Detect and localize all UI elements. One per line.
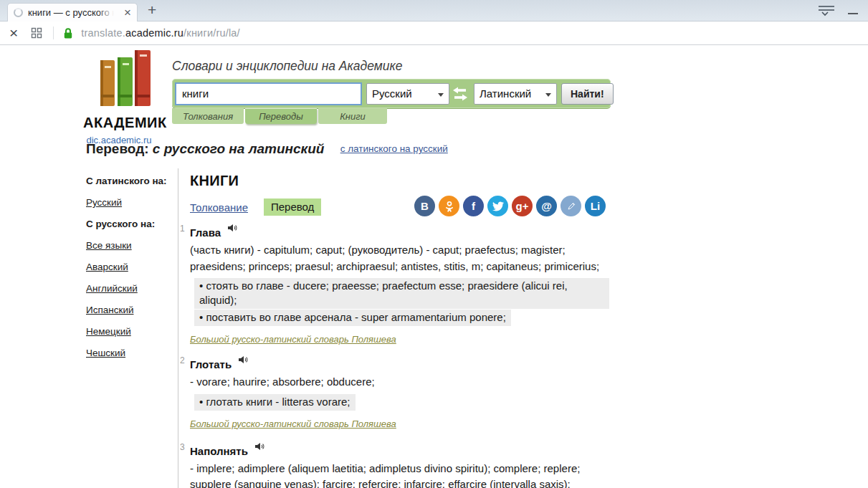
liveinternet-icon[interactable]: Li <box>585 196 606 216</box>
logo-title: АКАДЕМИК <box>83 115 155 131</box>
source-language-value: Русский <box>372 87 412 100</box>
chevron-down-icon <box>545 93 551 97</box>
example-line: • стоять во главе - ducere; praeesse; pr… <box>194 278 609 309</box>
minimize-button[interactable] <box>848 13 858 14</box>
browser-window: книги — с русского на ла × + × <box>0 0 868 488</box>
entry-body: - implere; adimplere (aliquem laetitia; … <box>190 461 609 488</box>
sidebar-link-czech[interactable]: Чешский <box>86 347 176 359</box>
page-content: АКАДЕМИК dic.academic.ru Словари и энцик… <box>0 45 868 488</box>
address-bar: × translate.academic.ru/книги/ru/la/ <box>0 21 868 45</box>
entry-examples: • стоять во главе - ducere; praeesse; pr… <box>190 278 609 326</box>
dictionary-source-link[interactable]: Большой русско-латинский словарь Поляшев… <box>190 418 396 429</box>
sidebar-heading-from-russian: С русского на: <box>86 218 176 230</box>
search-panel: Русский Латинский Найти! <box>172 79 611 108</box>
sidebar-link-spanish[interactable]: Испанский <box>86 304 176 316</box>
page-title-prefix: Перевод: <box>86 141 149 156</box>
browser-tab[interactable]: книги — с русского на ла × <box>7 3 138 21</box>
entry-body: - vorare; haurire; absorbere; obducere; <box>190 374 609 391</box>
loading-spinner-icon <box>14 8 23 17</box>
social-share-bar: В f g+ @ <box>411 196 606 216</box>
page-title-direction: с русского на латинский <box>153 141 325 156</box>
entry-headword: Глотать <box>190 358 232 370</box>
books-logo-icon <box>87 50 151 110</box>
source-language-select[interactable]: Русский <box>366 83 449 105</box>
dictionary-source-link[interactable]: Большой русско-латинский словарь Поляшев… <box>190 334 396 345</box>
site-logo[interactable]: АКАДЕМИК dic.academic.ru <box>83 50 155 145</box>
page-title: Перевод: с русского на латинский с латин… <box>86 141 448 157</box>
downloads-panel-icon[interactable] <box>817 4 836 19</box>
translation-chip[interactable]: Перевод <box>264 198 321 216</box>
sidebar-link-all-languages[interactable]: Все языки <box>86 239 176 252</box>
search-mode-tabs: Толкования Переводы Книги <box>172 108 388 124</box>
tab-title: книги — с русского на ла <box>28 7 114 18</box>
target-language-value: Латинский <box>480 87 531 100</box>
url-host: academic.ru <box>125 27 183 39</box>
tab-close-icon[interactable]: × <box>124 6 131 19</box>
target-language-select[interactable]: Латинский <box>474 83 557 105</box>
sidebar-link-english[interactable]: Английский <box>86 282 176 295</box>
entry-number: 2 <box>180 355 185 365</box>
chevron-down-icon <box>438 93 444 97</box>
entry-headword: Наполнять <box>190 445 248 457</box>
site-tagline: Словари и энциклопедии на Академике <box>172 59 402 74</box>
entry-body: (часть книги) - capitulum; caput; (руков… <box>190 242 609 274</box>
stop-loading-icon[interactable]: × <box>9 26 18 40</box>
entry-examples: • глотать книги - litteras vorare; <box>190 394 609 411</box>
url-field[interactable]: translate.academic.ru/книги/ru/la/ <box>81 27 240 39</box>
entry-number: 3 <box>180 442 185 452</box>
tableau-grid-icon[interactable] <box>31 27 42 39</box>
odnoklassniki-icon[interactable] <box>439 196 459 216</box>
example-line: • поставить во главе арсенала - super ar… <box>194 310 511 326</box>
vkontakte-icon[interactable]: В <box>414 196 435 216</box>
url-path: /книги/ru/la/ <box>183 27 240 39</box>
new-tab-button[interactable]: + <box>148 1 156 19</box>
language-sidebar: С латинского на: Русский С русского на: … <box>86 175 176 368</box>
search-input[interactable] <box>175 82 362 105</box>
swap-languages-icon[interactable] <box>452 86 468 102</box>
tab-books[interactable]: Книги <box>318 108 387 124</box>
entry-headword-row: 2 Глотать <box>190 354 609 368</box>
example-line: • глотать книги - litteras vorare; <box>194 394 356 411</box>
dictionary-entry: 1 Глава (часть книги) - capitulum; caput… <box>190 222 609 345</box>
dictionary-entry: 2 Глотать - vorare; haurire; absorbere; … <box>190 354 609 430</box>
address-bar-divider <box>53 27 54 39</box>
tab-translations[interactable]: Переводы <box>245 108 317 124</box>
reverse-direction-link[interactable]: с латинского на русский <box>340 143 448 154</box>
interpretation-link[interactable]: Толкование <box>190 201 248 214</box>
facebook-icon[interactable]: f <box>463 196 484 216</box>
search-submit-button[interactable]: Найти! <box>561 83 614 105</box>
speaker-icon[interactable] <box>228 222 237 234</box>
entry-headword: Глава <box>190 226 221 239</box>
entry-headword-row: 1 Глава <box>190 222 609 236</box>
article-title: КНИГИ <box>190 173 636 189</box>
blog-pencil-icon[interactable] <box>561 196 581 216</box>
article: КНИГИ Толкование Перевод В f <box>178 168 636 488</box>
sidebar-link-german[interactable]: Немецкий <box>86 325 176 338</box>
entry-headword-row: 3 Наполнять <box>190 441 609 455</box>
speaker-icon[interactable] <box>239 354 248 366</box>
speaker-icon[interactable] <box>255 441 264 453</box>
browser-tab-bar: книги — с русского на ла × + <box>0 0 868 21</box>
secure-lock-icon[interactable] <box>63 27 73 39</box>
dictionary-entry: 3 Наполнять - implere; adimplere (alique… <box>190 441 609 488</box>
google-plus-icon[interactable]: g+ <box>512 196 533 216</box>
tab-interpretations[interactable]: Толкования <box>172 108 244 124</box>
sidebar-link-avar[interactable]: Аварский <box>86 261 176 273</box>
sidebar-link-russian[interactable]: Русский <box>86 196 176 209</box>
sidebar-heading-from-latin: С латинского на: <box>86 175 176 187</box>
url-prefix: translate. <box>81 27 125 39</box>
mail-ru-icon[interactable]: @ <box>536 196 557 216</box>
twitter-icon[interactable] <box>487 196 508 216</box>
entry-number: 1 <box>180 224 185 234</box>
